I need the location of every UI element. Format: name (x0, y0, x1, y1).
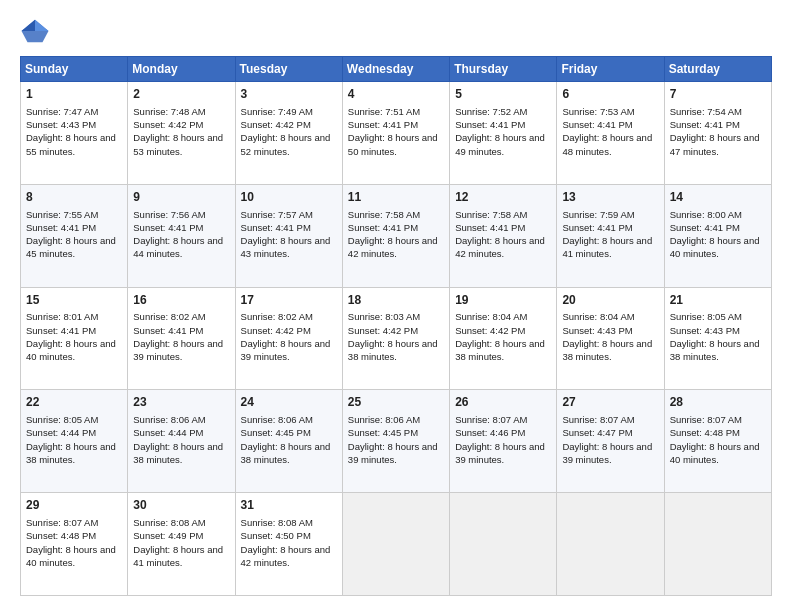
day-number: 3 (241, 86, 337, 103)
calendar-cell: 15Sunrise: 8:01 AMSunset: 4:41 PMDayligh… (21, 287, 128, 390)
day-number: 2 (133, 86, 229, 103)
calendar-week-row: 1Sunrise: 7:47 AMSunset: 4:43 PMDaylight… (21, 82, 772, 185)
day-number: 1 (26, 86, 122, 103)
col-monday: Monday (128, 57, 235, 82)
day-number: 25 (348, 394, 444, 411)
day-number: 18 (348, 292, 444, 309)
calendar-cell: 8Sunrise: 7:55 AMSunset: 4:41 PMDaylight… (21, 184, 128, 287)
day-number: 19 (455, 292, 551, 309)
calendar-cell: 24Sunrise: 8:06 AMSunset: 4:45 PMDayligh… (235, 390, 342, 493)
calendar-cell: 22Sunrise: 8:05 AMSunset: 4:44 PMDayligh… (21, 390, 128, 493)
calendar-cell: 25Sunrise: 8:06 AMSunset: 4:45 PMDayligh… (342, 390, 449, 493)
calendar-week-row: 29Sunrise: 8:07 AMSunset: 4:48 PMDayligh… (21, 493, 772, 596)
svg-marker-1 (35, 20, 49, 31)
calendar-week-row: 15Sunrise: 8:01 AMSunset: 4:41 PMDayligh… (21, 287, 772, 390)
calendar-cell: 2Sunrise: 7:48 AMSunset: 4:42 PMDaylight… (128, 82, 235, 185)
calendar-cell (450, 493, 557, 596)
calendar-cell: 6Sunrise: 7:53 AMSunset: 4:41 PMDaylight… (557, 82, 664, 185)
day-number: 22 (26, 394, 122, 411)
logo-icon (20, 16, 50, 46)
day-number: 16 (133, 292, 229, 309)
col-thursday: Thursday (450, 57, 557, 82)
calendar-cell: 14Sunrise: 8:00 AMSunset: 4:41 PMDayligh… (664, 184, 771, 287)
calendar-cell (342, 493, 449, 596)
day-number: 17 (241, 292, 337, 309)
day-number: 23 (133, 394, 229, 411)
col-wednesday: Wednesday (342, 57, 449, 82)
day-number: 24 (241, 394, 337, 411)
svg-marker-2 (22, 20, 36, 31)
calendar-cell: 30Sunrise: 8:08 AMSunset: 4:49 PMDayligh… (128, 493, 235, 596)
day-number: 7 (670, 86, 766, 103)
day-number: 29 (26, 497, 122, 514)
day-number: 30 (133, 497, 229, 514)
calendar-header-row: Sunday Monday Tuesday Wednesday Thursday… (21, 57, 772, 82)
calendar-cell: 12Sunrise: 7:58 AMSunset: 4:41 PMDayligh… (450, 184, 557, 287)
calendar-cell: 1Sunrise: 7:47 AMSunset: 4:43 PMDaylight… (21, 82, 128, 185)
calendar-cell: 28Sunrise: 8:07 AMSunset: 4:48 PMDayligh… (664, 390, 771, 493)
calendar-cell: 11Sunrise: 7:58 AMSunset: 4:41 PMDayligh… (342, 184, 449, 287)
calendar-cell (664, 493, 771, 596)
day-number: 14 (670, 189, 766, 206)
calendar-cell: 31Sunrise: 8:08 AMSunset: 4:50 PMDayligh… (235, 493, 342, 596)
calendar-cell: 18Sunrise: 8:03 AMSunset: 4:42 PMDayligh… (342, 287, 449, 390)
calendar-table: Sunday Monday Tuesday Wednesday Thursday… (20, 56, 772, 596)
col-saturday: Saturday (664, 57, 771, 82)
calendar-cell: 13Sunrise: 7:59 AMSunset: 4:41 PMDayligh… (557, 184, 664, 287)
calendar-cell: 16Sunrise: 8:02 AMSunset: 4:41 PMDayligh… (128, 287, 235, 390)
calendar-cell: 7Sunrise: 7:54 AMSunset: 4:41 PMDaylight… (664, 82, 771, 185)
calendar-cell: 4Sunrise: 7:51 AMSunset: 4:41 PMDaylight… (342, 82, 449, 185)
calendar-cell: 23Sunrise: 8:06 AMSunset: 4:44 PMDayligh… (128, 390, 235, 493)
day-number: 13 (562, 189, 658, 206)
day-number: 4 (348, 86, 444, 103)
calendar-cell: 3Sunrise: 7:49 AMSunset: 4:42 PMDaylight… (235, 82, 342, 185)
calendar-cell: 5Sunrise: 7:52 AMSunset: 4:41 PMDaylight… (450, 82, 557, 185)
calendar-cell: 19Sunrise: 8:04 AMSunset: 4:42 PMDayligh… (450, 287, 557, 390)
page: Sunday Monday Tuesday Wednesday Thursday… (0, 0, 792, 612)
calendar-cell: 21Sunrise: 8:05 AMSunset: 4:43 PMDayligh… (664, 287, 771, 390)
day-number: 8 (26, 189, 122, 206)
day-number: 20 (562, 292, 658, 309)
calendar-cell: 10Sunrise: 7:57 AMSunset: 4:41 PMDayligh… (235, 184, 342, 287)
day-number: 9 (133, 189, 229, 206)
calendar-week-row: 8Sunrise: 7:55 AMSunset: 4:41 PMDaylight… (21, 184, 772, 287)
day-number: 31 (241, 497, 337, 514)
day-number: 5 (455, 86, 551, 103)
day-number: 21 (670, 292, 766, 309)
calendar-cell: 27Sunrise: 8:07 AMSunset: 4:47 PMDayligh… (557, 390, 664, 493)
col-sunday: Sunday (21, 57, 128, 82)
col-tuesday: Tuesday (235, 57, 342, 82)
calendar-cell: 26Sunrise: 8:07 AMSunset: 4:46 PMDayligh… (450, 390, 557, 493)
calendar-cell: 29Sunrise: 8:07 AMSunset: 4:48 PMDayligh… (21, 493, 128, 596)
day-number: 15 (26, 292, 122, 309)
calendar-cell (557, 493, 664, 596)
calendar-cell: 17Sunrise: 8:02 AMSunset: 4:42 PMDayligh… (235, 287, 342, 390)
logo (20, 16, 54, 46)
calendar-week-row: 22Sunrise: 8:05 AMSunset: 4:44 PMDayligh… (21, 390, 772, 493)
day-number: 12 (455, 189, 551, 206)
day-number: 10 (241, 189, 337, 206)
day-number: 11 (348, 189, 444, 206)
calendar-cell: 20Sunrise: 8:04 AMSunset: 4:43 PMDayligh… (557, 287, 664, 390)
col-friday: Friday (557, 57, 664, 82)
calendar-cell: 9Sunrise: 7:56 AMSunset: 4:41 PMDaylight… (128, 184, 235, 287)
header (20, 16, 772, 46)
day-number: 28 (670, 394, 766, 411)
day-number: 27 (562, 394, 658, 411)
day-number: 26 (455, 394, 551, 411)
day-number: 6 (562, 86, 658, 103)
